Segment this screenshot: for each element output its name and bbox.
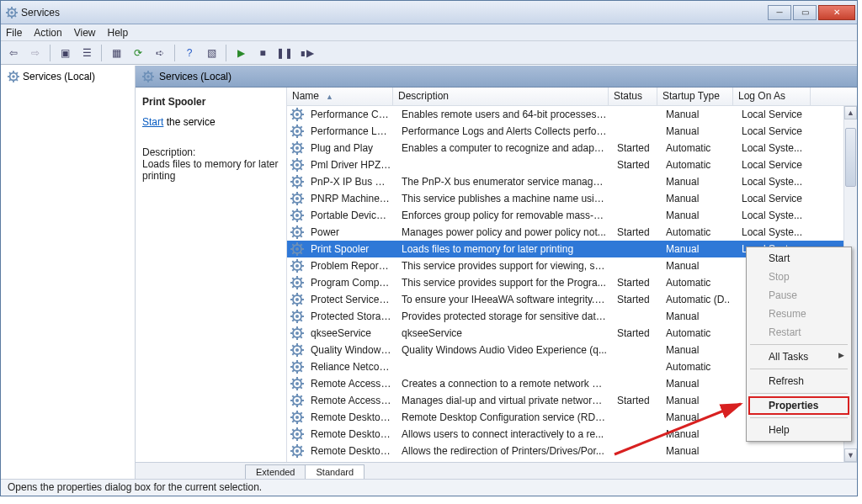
menu-file[interactable]: File xyxy=(6,27,22,39)
start-service-link[interactable]: Start xyxy=(142,116,163,128)
action-toolbar-button[interactable]: ▧ xyxy=(202,44,221,62)
gear-icon xyxy=(290,276,304,289)
cell-startup: Manual xyxy=(661,427,737,442)
cell-desc: Enforces group policy for removable mass… xyxy=(396,208,612,223)
cell-startup: Manual xyxy=(661,241,737,257)
cell-startup: Manual xyxy=(661,309,737,324)
minimize-button[interactable]: ─ xyxy=(768,5,791,20)
service-row[interactable]: Performance Cou...Enables remote users a… xyxy=(287,106,857,123)
export-button[interactable]: ▦ xyxy=(107,44,125,62)
cell-status xyxy=(612,382,661,385)
detail-desc-label: Description: xyxy=(142,146,279,158)
gear-icon xyxy=(290,141,304,155)
tree-pane[interactable]: Services (Local) xyxy=(1,66,136,479)
cell-desc: Allows the redirection of Printers/Drive… xyxy=(396,443,612,459)
cell-name: Portable Device E... xyxy=(306,208,396,223)
gear-icon xyxy=(290,343,304,357)
status-bar: Opens the properties dialog box for the … xyxy=(1,479,857,496)
service-row[interactable]: Performance Logs...Performance Logs and … xyxy=(287,123,857,140)
col-header-logon[interactable]: Log On As xyxy=(733,88,811,105)
cell-status: Started xyxy=(612,326,661,341)
cell-name: Protected Storage xyxy=(306,309,396,324)
gear-icon xyxy=(290,411,304,424)
service-row[interactable]: PowerManages power policy and power poli… xyxy=(287,224,857,241)
cell-logon: Local Syste... xyxy=(737,225,814,240)
ctx-start[interactable]: Start xyxy=(748,249,849,268)
cell-name: PNRP Machine Na... xyxy=(306,191,396,206)
right-header-title: Services (Local) xyxy=(159,71,231,82)
close-button[interactable]: ✕ xyxy=(818,5,855,20)
cell-startup: Manual xyxy=(661,107,737,122)
titlebar[interactable]: Services ─ ▭ ✕ xyxy=(1,1,857,24)
service-row[interactable]: PnP-X IP Bus En...The PnP-X bus enumerat… xyxy=(287,173,857,190)
cell-status: Started xyxy=(612,225,661,240)
restart-service-button[interactable]: ∎▶ xyxy=(297,44,316,62)
cell-startup: Manual xyxy=(661,191,737,206)
gear-icon xyxy=(290,225,304,239)
ctx-pause: Pause xyxy=(748,286,849,305)
cell-startup: Automatic xyxy=(661,225,737,240)
cell-status xyxy=(612,247,661,251)
cell-status: Started xyxy=(612,141,661,156)
ctx-properties[interactable]: Properties xyxy=(748,396,849,415)
cell-status xyxy=(612,365,661,369)
tree-item-services-local[interactable]: Services (Local) xyxy=(4,69,131,84)
scroll-down-button[interactable]: ▼ xyxy=(844,448,857,462)
cell-startup: Automatic xyxy=(661,359,737,374)
cell-name: Remote Desktop ... xyxy=(306,410,396,425)
service-row[interactable]: Plug and PlayEnables a computer to recog… xyxy=(287,140,857,157)
scroll-thumb[interactable] xyxy=(845,128,856,187)
col-header-startup[interactable]: Startup Type xyxy=(657,88,733,105)
ctx-separator xyxy=(750,417,848,418)
forward-button[interactable]: ⇨ xyxy=(26,44,45,62)
refresh-button[interactable]: ⟳ xyxy=(129,44,147,62)
cell-startup: Automatic (D.. xyxy=(661,292,737,307)
scroll-up-button[interactable]: ▲ xyxy=(844,106,857,119)
cell-desc: Allows users to connect interactively to… xyxy=(396,427,612,442)
export-list-button[interactable]: ➪ xyxy=(151,44,169,62)
cell-status xyxy=(612,214,661,217)
col-header-description[interactable]: Description xyxy=(393,88,609,105)
service-row[interactable]: Portable Device E...Enforces group polic… xyxy=(287,207,857,224)
cell-status xyxy=(612,180,661,183)
cell-startup: Manual xyxy=(661,376,737,391)
ctx-refresh[interactable]: Refresh xyxy=(748,372,849,390)
properties-toolbar-button[interactable]: ☰ xyxy=(77,44,96,62)
menu-action[interactable]: Action xyxy=(34,27,61,39)
ctx-all-tasks[interactable]: All Tasks xyxy=(748,347,849,366)
stop-service-button[interactable]: ■ xyxy=(253,44,272,62)
show-hide-tree-button[interactable]: ▣ xyxy=(56,44,74,62)
cell-name: Remote Access C... xyxy=(306,393,396,408)
cell-status xyxy=(612,348,661,352)
service-row[interactable]: Pml Driver HPZ12StartedAutomaticLocal Se… xyxy=(287,157,857,173)
tab-extended[interactable]: Extended xyxy=(245,464,306,479)
detail-service-name: Print Spooler xyxy=(142,96,279,108)
back-button[interactable]: ⇦ xyxy=(4,44,23,62)
window-title: Services xyxy=(21,7,766,19)
cell-logon: Local Service xyxy=(737,157,814,172)
tab-standard[interactable]: Standard xyxy=(305,464,364,479)
detail-start-line: Start the service xyxy=(142,116,279,128)
help-toolbar-button[interactable]: ? xyxy=(180,44,199,62)
gear-icon xyxy=(290,158,304,172)
cell-status: Started xyxy=(612,393,661,408)
start-service-button[interactable]: ▶ xyxy=(231,44,250,62)
gear-icon xyxy=(290,326,304,340)
ctx-resume: Resume xyxy=(748,305,849,323)
cell-startup: Manual xyxy=(661,443,737,459)
cell-name: PnP-X IP Bus En... xyxy=(306,174,396,189)
gear-icon xyxy=(290,394,304,407)
menu-view[interactable]: View xyxy=(74,27,96,39)
cell-status xyxy=(612,264,661,268)
col-header-name[interactable]: Name▲ xyxy=(287,88,393,105)
pause-service-button[interactable]: ❚❚ xyxy=(275,44,294,62)
ctx-help[interactable]: Help xyxy=(748,421,849,439)
cell-startup: Manual xyxy=(661,258,737,273)
right-header: Services (Local) xyxy=(136,66,857,88)
cell-startup: Manual xyxy=(661,393,737,408)
maximize-button[interactable]: ▭ xyxy=(793,5,817,20)
service-row[interactable]: Remote Desktop S...Allows the redirectio… xyxy=(287,443,857,459)
col-header-status[interactable]: Status xyxy=(609,88,657,105)
menu-help[interactable]: Help xyxy=(108,27,129,39)
service-row[interactable]: PNRP Machine Na...This service publishes… xyxy=(287,190,857,207)
